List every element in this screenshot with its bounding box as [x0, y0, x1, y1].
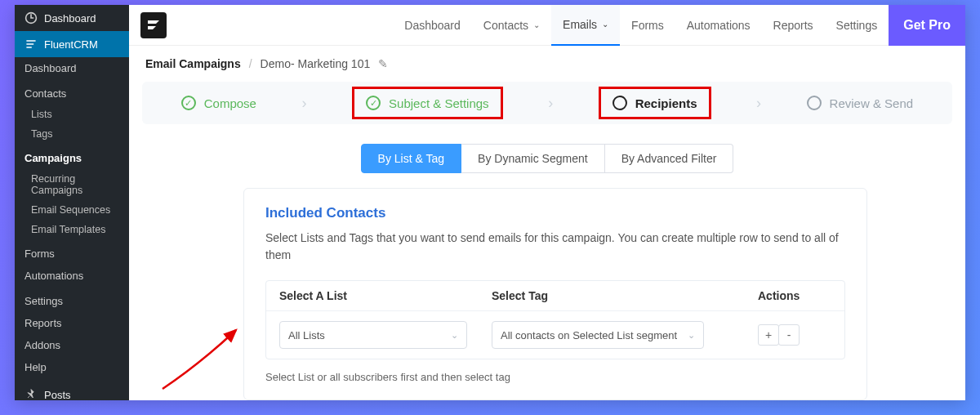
chevron-down-icon: ⌄ — [533, 20, 540, 29]
edit-icon[interactable]: ✎ — [378, 57, 388, 70]
sub-automations[interactable]: Automations — [15, 265, 129, 287]
sub-templates[interactable]: Email Templates — [15, 220, 129, 239]
dashboard-icon — [24, 11, 38, 25]
hint-text: Select List or all subscribers first and… — [265, 371, 845, 383]
sub-contacts[interactable]: Contacts — [15, 83, 129, 105]
step-recipients[interactable]: Recipients — [612, 96, 697, 110]
contacts-table: Select A List Select Tag Actions All Lis… — [265, 280, 845, 359]
nav-automations[interactable]: Automations — [675, 5, 762, 46]
tab-by-advanced[interactable]: By Advanced Filter — [605, 144, 734, 173]
wp-posts-label: Posts — [44, 389, 71, 401]
step-review: Review & Send — [807, 96, 914, 110]
highlight-subject: Subject & Settings — [352, 87, 503, 119]
breadcrumb-current: Demo- Marketing 101 — [261, 57, 371, 70]
main-area: Dashboard Contacts ⌄ Emails ⌄ Forms Auto… — [129, 5, 965, 400]
sub-forms[interactable]: Forms — [15, 243, 129, 265]
wp-dashboard-label: Dashboard — [44, 12, 96, 25]
check-icon — [366, 96, 381, 110]
sub-help[interactable]: Help — [15, 356, 129, 378]
nav-reports[interactable]: Reports — [762, 5, 825, 46]
sub-recurring[interactable]: Recurring Campaigns — [15, 169, 129, 200]
table-row: All Lists ⌄ All contacts on Selected Lis… — [266, 310, 844, 359]
wp-fluentcrm-link[interactable]: FluentCRM — [15, 31, 129, 57]
wizard-steps: Compose › Subject & Settings › Recipient… — [142, 82, 952, 124]
step-compose[interactable]: Compose — [181, 96, 256, 110]
sub-reports[interactable]: Reports — [15, 312, 129, 334]
col-select-tag: Select Tag — [492, 289, 758, 302]
highlight-recipients: Recipients — [599, 87, 711, 119]
card-description: Select Lists and Tags that you want to s… — [265, 230, 845, 264]
sub-addons[interactable]: Addons — [15, 334, 129, 356]
breadcrumb: Email Campaigns / Demo- Marketing 101 ✎ — [129, 46, 965, 82]
chevron-right-icon: › — [756, 95, 761, 112]
chevron-down-icon: ⌄ — [688, 330, 695, 341]
remove-row-button[interactable]: - — [778, 324, 800, 346]
select-tag-dropdown[interactable]: All contacts on Selected List segment ⌄ — [492, 321, 704, 349]
sub-dashboard[interactable]: Dashboard — [15, 57, 129, 79]
sub-sequences[interactable]: Email Sequences — [15, 200, 129, 220]
table-header: Select A List Select Tag Actions — [266, 281, 844, 310]
annotation-arrow — [154, 324, 252, 397]
segment-tabs: By List & Tag By Dynamic Segment By Adva… — [129, 144, 965, 173]
included-contacts-card: Included Contacts Select Lists and Tags … — [243, 188, 867, 400]
fluentcrm-icon — [24, 38, 38, 51]
step-subject[interactable]: Subject & Settings — [366, 96, 489, 110]
check-icon — [181, 96, 196, 110]
col-select-list: Select A List — [279, 289, 492, 302]
nav-emails[interactable]: Emails ⌄ — [551, 5, 620, 46]
select-list-dropdown[interactable]: All Lists ⌄ — [279, 321, 467, 349]
nav-contacts[interactable]: Contacts ⌄ — [472, 5, 551, 46]
tab-by-list-tag[interactable]: By List & Tag — [361, 144, 461, 173]
chevron-down-icon: ⌄ — [451, 330, 458, 341]
chevron-down-icon: ⌄ — [602, 20, 608, 29]
nav-forms[interactable]: Forms — [620, 5, 675, 46]
wp-dashboard-link[interactable]: Dashboard — [15, 5, 129, 31]
breadcrumb-root[interactable]: Email Campaigns — [145, 57, 241, 70]
nav-settings[interactable]: Settings — [825, 5, 889, 46]
chevron-right-icon: › — [302, 95, 307, 112]
sub-tags[interactable]: Tags — [15, 124, 129, 144]
add-row-button[interactable]: + — [758, 324, 779, 346]
col-actions: Actions — [758, 289, 831, 302]
circle-icon — [807, 96, 822, 110]
breadcrumb-sep: / — [249, 57, 252, 70]
app-logo[interactable] — [140, 12, 167, 38]
get-pro-button[interactable]: Get Pro — [889, 5, 965, 46]
wp-admin-sidebar: Dashboard FluentCRM Dashboard Contacts L… — [15, 5, 129, 400]
chevron-right-icon: › — [548, 95, 553, 112]
nav-dashboard[interactable]: Dashboard — [393, 5, 472, 46]
topnav: Dashboard Contacts ⌄ Emails ⌄ Forms Auto… — [129, 5, 965, 46]
card-title: Included Contacts — [265, 205, 845, 221]
circle-icon — [612, 96, 627, 110]
sub-campaigns[interactable]: Campaigns — [15, 147, 129, 169]
fluent-logo-icon — [145, 17, 162, 33]
sub-settings[interactable]: Settings — [15, 290, 129, 312]
pin-icon — [24, 388, 38, 401]
wp-posts-link[interactable]: Posts — [15, 382, 129, 408]
wp-fluentcrm-label: FluentCRM — [44, 38, 98, 51]
tab-by-dynamic[interactable]: By Dynamic Segment — [461, 144, 605, 173]
sub-lists[interactable]: Lists — [15, 105, 129, 124]
